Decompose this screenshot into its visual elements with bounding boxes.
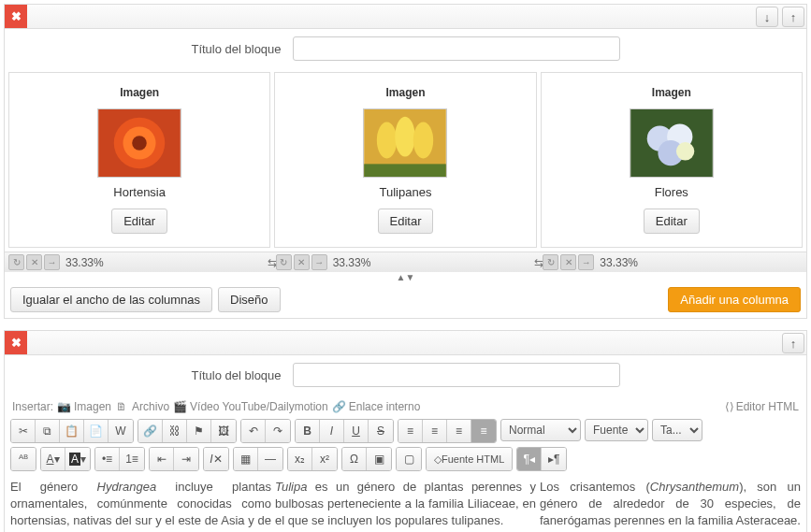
width-bar: ↻ ✕ → 33.33% ⇆ ↻ ✕ → 33.33% ⇆ ↻ ✕ → 33.3…	[5, 252, 806, 272]
col-delete-icon[interactable]: ✕	[560, 254, 576, 270]
col-delete-icon[interactable]: ✕	[26, 254, 42, 270]
redo-icon[interactable]: ↷	[266, 420, 290, 442]
block-title-label: Título del bloque	[191, 368, 281, 382]
text-column-3[interactable]: Los crisantemos (Chrysanthemum), son un …	[540, 479, 801, 532]
insert-file-link[interactable]: Archivo	[132, 400, 169, 413]
resize-handle-icon[interactable]: ⇆	[268, 256, 276, 269]
resize-handle-icon[interactable]: ⇆	[535, 256, 543, 269]
move-down-icon[interactable]: ↓	[756, 7, 778, 27]
col-cycle-icon[interactable]: ↻	[543, 254, 558, 270]
file-icon: 🗎	[115, 400, 128, 413]
image-thumbnail	[97, 108, 181, 178]
equalize-columns-button[interactable]: Igualar el ancho de las columnas	[10, 287, 212, 312]
vertical-resize-handle-icon[interactable]: ▲▼	[5, 272, 806, 281]
text-column-1[interactable]: El género Hydrangea incluye plantas orna…	[10, 479, 271, 532]
code-icon: ⟨⟩	[723, 400, 736, 413]
image-label: Imagen	[17, 86, 262, 99]
spellcheck-icon[interactable]: ᴬᴮ	[11, 448, 36, 470]
block-title-label: Título del bloque	[191, 42, 281, 56]
editor-body[interactable]: El género Hydrangea incluye plantas orna…	[5, 475, 806, 532]
source-button[interactable]: ◇ Fuente HTML	[427, 448, 512, 470]
block-title-input[interactable]	[293, 363, 620, 387]
align-justify-icon[interactable]: ≡	[471, 420, 496, 442]
svg-point-7	[413, 122, 433, 159]
move-up-icon[interactable]: ↑	[782, 7, 804, 27]
text-column-2[interactable]: Tulipa es un género de plantas perennes …	[275, 479, 536, 532]
paste-word-icon[interactable]: W	[109, 420, 133, 442]
undo-icon[interactable]: ↶	[241, 420, 266, 442]
col-delete-icon[interactable]: ✕	[294, 254, 310, 270]
cut-icon[interactable]: ✂	[11, 420, 36, 442]
insert-label: Insertar:	[12, 400, 53, 413]
edit-button[interactable]: Editar	[644, 208, 700, 234]
html-editor-link[interactable]: Editor HTML	[736, 400, 799, 413]
insert-toolbar: Insertar: 📷Imagen 🗎Archivo 🎬Vídeo YouTub…	[5, 395, 806, 419]
table-icon[interactable]: ▦	[234, 448, 258, 470]
design-button[interactable]: Diseño	[218, 287, 280, 312]
add-column-button[interactable]: Añadir una columna	[668, 287, 801, 312]
specialchar-icon[interactable]: Ω	[342, 448, 367, 470]
close-icon[interactable]: ✖	[5, 331, 27, 354]
outdent-icon[interactable]: ⇤	[150, 448, 174, 470]
anchor-icon[interactable]: ⚑	[187, 420, 211, 442]
block-actions: Igualar el ancho de las columnas Diseño …	[5, 281, 806, 318]
columns-wrapper: Imagen Hortensia Editar Imagen Tulipanes…	[5, 68, 806, 252]
col-move-icon[interactable]: →	[578, 254, 594, 270]
align-right-icon[interactable]: ≡	[447, 420, 471, 442]
text-color-icon[interactable]: A▾	[41, 448, 65, 470]
edit-button[interactable]: Editar	[378, 208, 434, 234]
editor-toolbar-row-2: ᴬᴮ A▾ A▾ •≡ 1≡ ⇤ ⇥ I✕ ▦ — x₂ x² Ω ▣ ▢ ◇ …	[5, 447, 806, 475]
bullet-list-icon[interactable]: •≡	[95, 448, 120, 470]
number-list-icon[interactable]: 1≡	[120, 448, 144, 470]
move-up-icon[interactable]: ↑	[782, 333, 804, 353]
font-select[interactable]: Fuente	[585, 419, 648, 441]
copy-icon[interactable]: ⧉	[36, 420, 60, 442]
superscript-icon[interactable]: x²	[312, 448, 337, 470]
paste-text-icon[interactable]: 📄	[84, 420, 109, 442]
col-move-icon[interactable]: →	[311, 254, 327, 270]
hr-icon[interactable]: —	[258, 448, 282, 470]
underline-icon[interactable]: U	[344, 420, 369, 442]
align-center-icon[interactable]: ≡	[423, 420, 447, 442]
indent-icon[interactable]: ⇥	[174, 448, 198, 470]
italic-icon[interactable]: I	[320, 420, 344, 442]
edit-button[interactable]: Editar	[111, 208, 167, 234]
text-block: ✖ ↑ Título del bloque Insertar: 📷Imagen …	[4, 330, 807, 532]
format-select[interactable]: Normal	[500, 419, 581, 441]
insert-video-link[interactable]: Vídeo YouTube/Dailymotion	[190, 400, 328, 413]
embed-icon[interactable]: ▢	[397, 448, 421, 470]
column-2: Imagen Tulipanes Editar	[274, 72, 536, 248]
col-move-icon[interactable]: →	[44, 254, 60, 270]
image-label: Imagen	[549, 86, 794, 99]
svg-point-5	[377, 122, 397, 159]
image-caption: Hortensia	[17, 185, 262, 199]
block-title-input[interactable]	[293, 36, 620, 61]
column-1: Imagen Hortensia Editar	[8, 72, 270, 248]
rtl-icon[interactable]: ▸¶	[542, 448, 566, 470]
svg-point-13	[676, 142, 694, 160]
block-toolbar: ✖ ↑	[5, 331, 806, 355]
subscript-icon[interactable]: x₂	[288, 448, 312, 470]
iframe-icon[interactable]: ▣	[367, 448, 391, 470]
bg-color-icon[interactable]: A▾	[65, 448, 90, 470]
col-cycle-icon[interactable]: ↻	[8, 254, 24, 270]
image-caption: Flores	[549, 185, 794, 199]
col-cycle-icon[interactable]: ↻	[276, 254, 292, 270]
link-icon: 🔗	[332, 400, 345, 413]
insert-image-link[interactable]: Imagen	[74, 400, 111, 413]
image-icon[interactable]: 🖼	[211, 420, 236, 442]
ltr-icon[interactable]: ¶◂	[517, 448, 542, 470]
size-select[interactable]: Ta...	[652, 419, 702, 441]
unlink-icon[interactable]: ⛓	[163, 420, 187, 442]
paste-icon[interactable]: 📋	[60, 420, 84, 442]
svg-point-3	[132, 136, 147, 151]
remove-format-icon[interactable]: I✕	[204, 448, 228, 470]
svg-rect-8	[365, 164, 447, 177]
strike-icon[interactable]: S	[369, 420, 393, 442]
bold-icon[interactable]: B	[296, 420, 320, 442]
align-left-icon[interactable]: ≡	[398, 420, 423, 442]
insert-internal-link[interactable]: Enlace interno	[349, 400, 421, 413]
close-icon[interactable]: ✖	[5, 5, 27, 28]
link-icon[interactable]: 🔗	[138, 420, 163, 442]
editor-toolbar-row-1: ✂ ⧉ 📋 📄 W 🔗 ⛓ ⚑ 🖼 ↶ ↷ B I U S ≡ ≡ ≡ ≡ No…	[5, 419, 806, 447]
